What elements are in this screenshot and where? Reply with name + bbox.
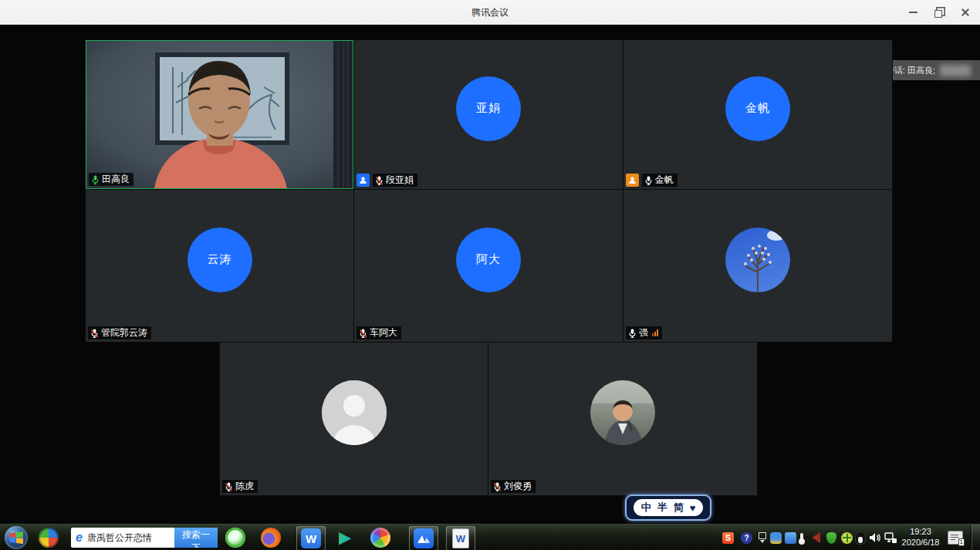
participant-name-tag: 强 bbox=[626, 326, 662, 339]
clock-date: 2020/6/18 bbox=[902, 538, 940, 548]
avatar: 云涛 bbox=[188, 228, 252, 292]
tray-volume[interactable] bbox=[869, 525, 881, 550]
participant-tile-qiang[interactable]: 强 bbox=[623, 190, 892, 342]
participant-name: 刘俊勇 bbox=[504, 480, 532, 493]
notes-icon: 1 bbox=[948, 531, 963, 545]
colorful-browser-icon bbox=[370, 528, 390, 548]
show-desktop-button[interactable] bbox=[971, 525, 980, 550]
ime-toolbar[interactable]: 中 半 简 ♥ bbox=[625, 494, 711, 521]
participant-tile-guoyuntao[interactable]: 云涛 管院郭云涛 bbox=[86, 190, 353, 342]
participant-name-tag: 车阿大 bbox=[357, 326, 401, 339]
cloud-app-icon bbox=[785, 532, 796, 544]
red-triangle-icon bbox=[812, 532, 820, 543]
profile-badge-icon bbox=[357, 174, 370, 187]
participant-name: 强 bbox=[639, 326, 648, 339]
tray-red-app[interactable] bbox=[812, 525, 820, 550]
start-button[interactable] bbox=[5, 525, 28, 550]
participant-tile-duanyajuan[interactable]: 亚娟 段亚娟 bbox=[354, 40, 623, 189]
mic-muted-icon bbox=[375, 175, 384, 186]
participant-tile-tiangaoliang[interactable]: 田高良 bbox=[86, 40, 353, 189]
ime-mode-chinese[interactable]: 中 bbox=[641, 501, 651, 515]
pinned-app-tencent-video[interactable]: ▶ bbox=[335, 525, 355, 550]
search-input[interactable] bbox=[86, 531, 174, 544]
firefox-icon bbox=[261, 528, 281, 548]
participant-tile-liujunyong[interactable]: 刘俊勇 bbox=[488, 342, 757, 495]
avatar-initials: 亚娟 bbox=[476, 101, 501, 116]
participant-tile-cheada[interactable]: 阿大 车阿大 bbox=[354, 190, 623, 342]
participant-tile-chenhu[interactable]: 陈虎 bbox=[220, 342, 488, 495]
ime-halfwidth[interactable]: 半 bbox=[657, 501, 667, 515]
participant-name: 管院郭云涛 bbox=[101, 326, 147, 339]
pinned-app-pinwheel-browser[interactable] bbox=[39, 525, 59, 550]
profile-badge-icon bbox=[626, 174, 639, 187]
window-title: 腾讯会议 bbox=[0, 0, 980, 25]
running-app-word[interactable]: W bbox=[446, 526, 475, 550]
wps-office-icon: W bbox=[301, 528, 321, 548]
clock-time: 19:23 bbox=[902, 527, 940, 538]
tray-sogou[interactable]: S bbox=[722, 525, 734, 550]
close-button[interactable] bbox=[955, 4, 975, 21]
running-app-wps[interactable]: W bbox=[296, 526, 326, 550]
tray-antivirus[interactable] bbox=[841, 525, 853, 550]
restore-button[interactable] bbox=[929, 4, 949, 21]
mic-muted-icon bbox=[359, 328, 367, 339]
tray-hidden-icons-expander[interactable] bbox=[759, 525, 766, 550]
expander-icon bbox=[759, 532, 766, 543]
avatar: 金帆 bbox=[725, 76, 790, 141]
participant-tile-jinfan[interactable]: 金帆 金帆 bbox=[623, 40, 892, 189]
avatar-default-person bbox=[322, 380, 387, 445]
tray-qq[interactable] bbox=[770, 525, 782, 550]
participant-name: 田高良 bbox=[102, 173, 130, 186]
tencent-video-play-icon: ▶ bbox=[335, 528, 355, 548]
tray-network[interactable] bbox=[884, 525, 897, 550]
tray-help[interactable]: ? bbox=[741, 525, 752, 550]
network-signal-icon bbox=[652, 329, 658, 336]
mic-on-icon bbox=[644, 175, 653, 186]
mic-on-icon bbox=[628, 328, 637, 339]
windows-logo-icon bbox=[5, 526, 28, 549]
taskbar-search-widget[interactable]: e 搜索一下 bbox=[71, 528, 218, 548]
tray-security-shield[interactable] bbox=[826, 525, 836, 550]
meeting-stage: 正在讲话: 田高良; bbox=[0, 25, 980, 524]
avatar: 阿大 bbox=[456, 228, 521, 292]
shield-icon bbox=[826, 532, 836, 544]
tray-cloud-app[interactable] bbox=[785, 525, 796, 550]
minimize-button[interactable] bbox=[903, 4, 923, 21]
tray-temperature-monitor[interactable] bbox=[800, 525, 803, 550]
pinwheel-browser-icon bbox=[39, 528, 59, 548]
speaker-icon bbox=[869, 532, 881, 543]
avatar: 亚娟 bbox=[456, 76, 521, 141]
question-icon: ? bbox=[741, 532, 752, 544]
tray-language-notes[interactable]: 1 bbox=[948, 525, 963, 550]
avatar-photo-portrait bbox=[590, 380, 655, 445]
taskbar-clock[interactable]: 19:23 2020/6/18 bbox=[897, 525, 944, 550]
participant-name: 车阿大 bbox=[370, 326, 397, 339]
mic-on-speaking-icon bbox=[91, 174, 100, 185]
running-app-tencent-meeting[interactable] bbox=[409, 526, 438, 550]
ime-simplified[interactable]: 简 bbox=[674, 501, 684, 515]
participant-name: 金帆 bbox=[655, 174, 674, 187]
mic-muted-icon bbox=[225, 481, 233, 492]
search-button[interactable]: 搜索一下 bbox=[174, 528, 218, 548]
avatar-initials: 云涛 bbox=[208, 252, 232, 267]
avatar-photo-tree bbox=[725, 228, 790, 292]
ime-status-pill: 中 半 简 ♥ bbox=[634, 499, 704, 516]
pinned-app-colorful-browser[interactable] bbox=[370, 525, 390, 550]
pinned-app-green-browser[interactable] bbox=[225, 525, 245, 550]
word-document-icon: W bbox=[452, 528, 469, 548]
tencent-meeting-icon bbox=[414, 528, 434, 548]
heart-icon[interactable]: ♥ bbox=[690, 502, 696, 514]
tray-qq-penguin[interactable] bbox=[856, 525, 865, 550]
video-feed bbox=[86, 41, 353, 188]
penguin-icon bbox=[856, 532, 865, 544]
participant-name-tag: 田高良 bbox=[89, 173, 133, 186]
participant-name-tag: 刘俊勇 bbox=[491, 480, 536, 493]
participant-name-tag: 段亚娟 bbox=[373, 174, 417, 187]
pinned-app-firefox[interactable] bbox=[261, 525, 281, 550]
participant-name-tag: 陈虎 bbox=[222, 480, 258, 493]
window-titlebar: 腾讯会议 bbox=[0, 0, 980, 25]
participant-name: 段亚娟 bbox=[386, 174, 414, 187]
mic-muted-icon bbox=[493, 481, 502, 492]
blurred-name bbox=[940, 65, 971, 76]
mic-muted-icon bbox=[90, 328, 99, 339]
